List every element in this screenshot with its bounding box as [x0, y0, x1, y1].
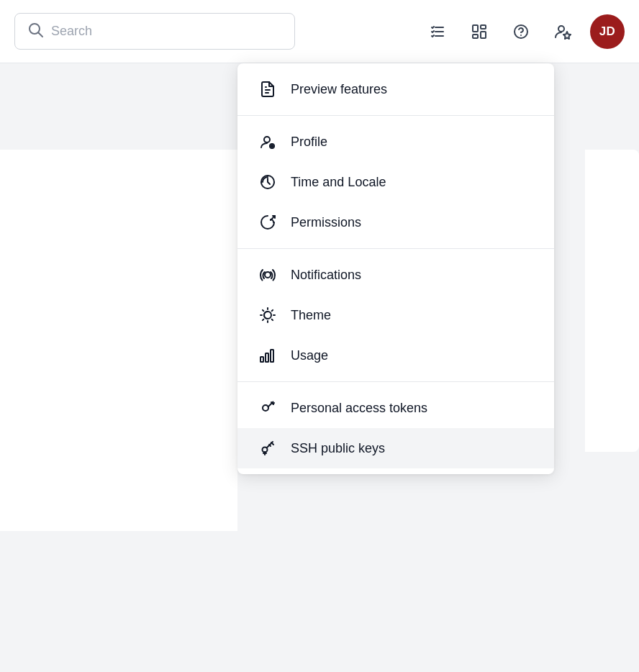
svg-point-26	[263, 405, 268, 411]
bg-card-left	[0, 150, 237, 531]
menu-label-personal-access-tokens: Personal access tokens	[291, 401, 427, 416]
menu-item-profile[interactable]: Profile	[237, 122, 554, 162]
menu-label-notifications: Notifications	[291, 268, 361, 283]
svg-line-1	[39, 33, 43, 37]
checklist-button[interactable]	[423, 17, 452, 46]
help-button[interactable]	[507, 17, 535, 46]
menu-item-ssh-public-keys[interactable]: SSH public keys	[237, 428, 554, 468]
svg-rect-23	[260, 357, 263, 362]
svg-rect-6	[481, 25, 486, 29]
menu-item-usage[interactable]: Usage	[237, 335, 554, 376]
menu-item-permissions[interactable]: Permissions	[237, 202, 554, 242]
menu-label-theme: Theme	[291, 308, 331, 323]
token-icon	[258, 398, 278, 418]
divider-2	[237, 248, 554, 249]
header-icons: JD	[423, 14, 625, 49]
menu-item-time-and-locale[interactable]: Time and Locale	[237, 162, 554, 202]
divider-1	[237, 115, 554, 116]
svg-rect-7	[481, 32, 486, 38]
svg-rect-25	[271, 350, 273, 362]
svg-point-11	[558, 26, 564, 32]
menu-item-notifications[interactable]: Notifications	[237, 255, 554, 295]
menu-label-ssh-public-keys: SSH public keys	[291, 441, 385, 456]
package-button[interactable]	[465, 17, 494, 46]
permissions-icon	[258, 212, 278, 232]
profile-icon	[258, 132, 278, 152]
notifications-icon	[258, 265, 278, 285]
menu-label-profile: Profile	[291, 135, 327, 150]
menu-item-personal-access-tokens[interactable]: Personal access tokens	[237, 388, 554, 428]
svg-rect-24	[266, 353, 268, 362]
avatar[interactable]: JD	[590, 14, 625, 49]
menu-label-time-and-locale: Time and Locale	[291, 175, 386, 190]
search-input-placeholder: Search	[51, 24, 92, 39]
menu-item-theme[interactable]: Theme	[237, 295, 554, 335]
svg-rect-8	[473, 35, 478, 38]
user-dropdown-menu: Preview features Profile Time and Locale	[237, 63, 554, 474]
search-icon	[27, 21, 44, 42]
preview-features-icon	[258, 79, 278, 99]
search-box[interactable]: Search	[14, 13, 295, 50]
svg-rect-5	[473, 25, 478, 32]
time-icon	[258, 172, 278, 192]
menu-item-preview-features[interactable]: Preview features	[237, 69, 554, 109]
menu-label-permissions: Permissions	[291, 215, 361, 230]
usage-icon	[258, 345, 278, 365]
header: Search	[0, 0, 639, 63]
star-user-button[interactable]	[548, 17, 577, 46]
ssh-icon	[258, 438, 278, 458]
svg-marker-12	[563, 32, 571, 39]
menu-label-usage: Usage	[291, 348, 328, 363]
menu-label-preview-features: Preview features	[291, 82, 387, 97]
bg-card-right	[585, 150, 639, 452]
divider-3	[237, 381, 554, 382]
svg-point-21	[265, 272, 271, 278]
svg-point-15	[264, 137, 270, 142]
theme-icon	[258, 305, 278, 325]
